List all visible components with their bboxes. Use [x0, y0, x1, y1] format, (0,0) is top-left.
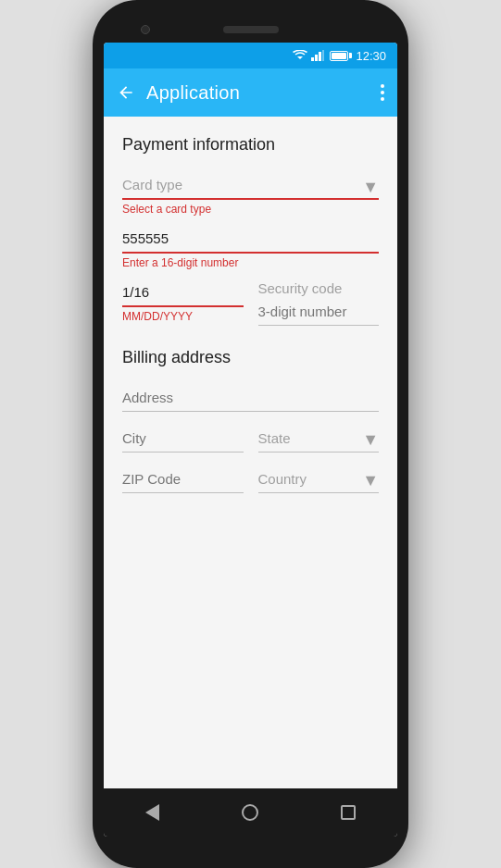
phone-shell: 12:30 Application Payment information	[93, 0, 408, 868]
status-bar: 12:30	[104, 43, 397, 68]
svg-rect-3	[319, 52, 321, 61]
expiry-security-row: MM/DD/YYYY Security code	[122, 280, 379, 326]
status-icons: 12:30	[293, 49, 386, 63]
card-number-field: Enter a 16-digit number	[122, 227, 379, 269]
billing-heading: Billing address	[122, 348, 379, 367]
back-nav-button[interactable]	[130, 794, 176, 831]
country-select[interactable]: Country United States Canada United King…	[258, 467, 380, 493]
security-code-input[interactable]	[258, 300, 380, 326]
city-field	[122, 427, 244, 453]
expiry-input[interactable]	[122, 280, 244, 307]
home-nav-button[interactable]	[227, 794, 273, 831]
status-time: 12:30	[356, 49, 386, 63]
card-type-field: Card type Visa Mastercard American Expre…	[122, 173, 379, 216]
battery-icon	[330, 51, 348, 61]
phone-bottom-area	[104, 837, 397, 851]
content-area: Payment information Card type Visa Maste…	[104, 117, 397, 788]
state-select[interactable]: State California New York Texas	[258, 427, 380, 453]
city-state-row: State California New York Texas ▼	[122, 427, 379, 453]
svg-rect-4	[322, 50, 324, 61]
expiry-field: MM/DD/YYYY	[122, 280, 244, 326]
bottom-nav	[104, 788, 397, 837]
back-button[interactable]	[117, 83, 135, 102]
svg-marker-0	[297, 56, 303, 59]
svg-rect-2	[315, 55, 318, 61]
recent-nav-button[interactable]	[325, 794, 371, 831]
phone-top-bar	[104, 17, 397, 43]
battery-fill	[332, 53, 346, 59]
payment-section: Payment information Card type Visa Maste…	[122, 135, 379, 326]
address-field	[122, 386, 379, 412]
billing-section: Billing address State California	[122, 348, 379, 493]
phone-screen: 12:30 Application Payment information	[104, 43, 397, 837]
more-button[interactable]	[381, 84, 384, 101]
security-code-field: Security code	[258, 280, 380, 326]
payment-heading: Payment information	[122, 135, 379, 155]
svg-rect-1	[311, 57, 314, 61]
phone-camera	[141, 25, 150, 34]
phone-speaker	[223, 26, 279, 33]
app-bar: Application	[104, 68, 397, 117]
app-title: Application	[146, 82, 369, 104]
expiry-error: MM/DD/YYYY	[122, 310, 244, 323]
address-input[interactable]	[122, 386, 379, 412]
recent-nav-icon	[341, 805, 356, 820]
card-number-input[interactable]	[122, 227, 379, 254]
back-nav-icon	[145, 804, 159, 821]
home-nav-icon	[242, 804, 258, 821]
city-input[interactable]	[122, 427, 244, 453]
country-field: Country United States Canada United King…	[258, 467, 380, 493]
security-code-label: Security code	[258, 280, 380, 296]
card-type-error: Select a card type	[122, 203, 379, 216]
zip-country-row: Country United States Canada United King…	[122, 467, 379, 493]
card-number-error: Enter a 16-digit number	[122, 256, 379, 269]
state-field: State California New York Texas ▼	[258, 427, 380, 453]
card-type-select[interactable]: Card type Visa Mastercard American Expre…	[122, 173, 379, 200]
wifi-icon	[293, 50, 307, 61]
zip-input[interactable]	[122, 467, 244, 493]
zip-field	[122, 467, 244, 493]
signal-icon	[311, 50, 324, 61]
